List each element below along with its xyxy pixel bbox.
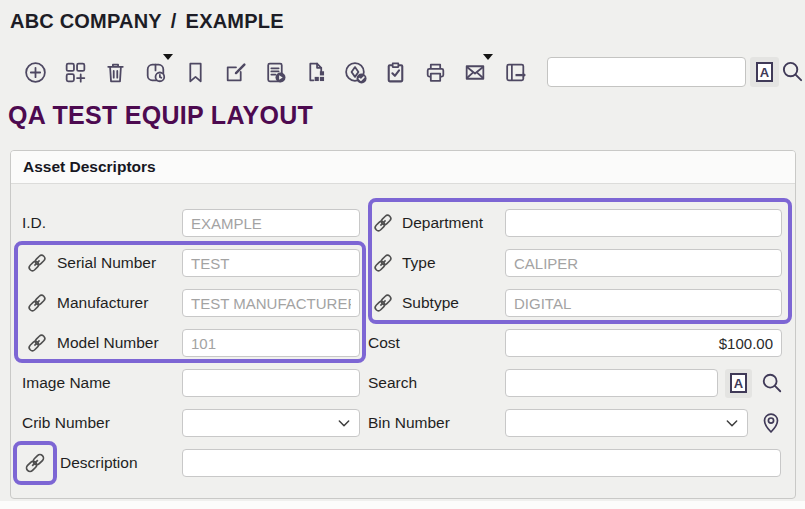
breadcrumb-company[interactable]: ABC COMPANY	[10, 10, 162, 33]
link-icon	[372, 252, 394, 274]
crib-number-label: Crib Number	[22, 414, 110, 432]
field-row: Description	[11, 443, 795, 483]
page-bottom-strip	[0, 501, 805, 509]
match-case-button[interactable]: A	[725, 369, 752, 398]
link-highlight-box	[13, 441, 57, 485]
link-icon	[26, 292, 48, 314]
chevron-down-icon	[336, 415, 352, 431]
breadcrumb-separator: /	[171, 10, 177, 33]
model-number-label: Model Number	[57, 334, 159, 352]
serial-number-label: Serial Number	[57, 254, 156, 272]
tasks-icon[interactable]	[382, 59, 408, 85]
manufacturer-label: Manufacturer	[57, 294, 148, 312]
run-report-icon[interactable]	[262, 59, 288, 85]
copy-structure-icon[interactable]	[302, 59, 328, 85]
toolbar-search-input[interactable]	[547, 57, 746, 87]
record-search-input[interactable]	[505, 369, 718, 397]
cost-label: Cost	[368, 334, 400, 352]
field-row: Serial Number Type	[11, 243, 795, 283]
breadcrumb-record[interactable]: EXAMPLE	[186, 10, 284, 33]
match-case-letter: A	[730, 373, 747, 393]
bookmark-icon[interactable]	[182, 59, 208, 85]
search-icon[interactable]	[781, 60, 804, 87]
link-icon	[26, 332, 48, 354]
panel-header: Asset Descriptors	[11, 151, 795, 184]
location-pin-icon[interactable]	[759, 411, 783, 435]
breadcrumb: ABC COMPANY / EXAMPLE	[10, 10, 284, 33]
department-input[interactable]	[505, 209, 782, 237]
serial-number-input[interactable]	[182, 249, 360, 277]
link-icon	[372, 212, 394, 234]
add-to-view-icon[interactable]	[62, 59, 88, 85]
delete-icon[interactable]	[102, 59, 128, 85]
cost-input[interactable]	[505, 329, 782, 357]
subtype-label: Subtype	[402, 294, 459, 312]
asset-descriptors-panel: Asset Descriptors I.D. Department	[10, 150, 796, 499]
match-case-button[interactable]: A	[750, 57, 779, 87]
bin-number-label: Bin Number	[368, 414, 450, 432]
search-icon[interactable]	[761, 372, 783, 394]
department-label: Department	[402, 214, 483, 232]
dropdown-caret-icon	[163, 54, 173, 60]
field-row: Model Number Cost	[11, 323, 795, 363]
verify-icon[interactable]	[342, 59, 368, 85]
type-input[interactable]	[505, 249, 782, 277]
match-case-letter: A	[756, 62, 773, 82]
dropdown-caret-icon	[483, 54, 493, 60]
bin-number-select[interactable]	[505, 409, 748, 437]
image-name-input[interactable]	[182, 369, 360, 397]
field-row: Manufacturer Subtype	[11, 283, 795, 323]
model-number-input[interactable]	[182, 329, 360, 357]
id-input[interactable]	[182, 209, 360, 237]
link-icon	[372, 292, 394, 314]
schedule-icon[interactable]	[142, 59, 168, 85]
print-icon[interactable]	[422, 59, 448, 85]
type-label: Type	[402, 254, 436, 272]
crib-number-select[interactable]	[182, 409, 360, 437]
field-row: Crib Number Bin Number	[11, 403, 795, 443]
export-icon[interactable]	[502, 59, 528, 85]
manufacturer-input[interactable]	[182, 289, 360, 317]
description-label: Description	[60, 454, 138, 472]
field-row: Image Name Search A	[11, 363, 795, 403]
edit-icon[interactable]	[222, 59, 248, 85]
link-icon	[26, 252, 48, 274]
subtype-input[interactable]	[505, 289, 782, 317]
description-input[interactable]	[182, 449, 781, 477]
toolbar	[22, 55, 528, 89]
add-icon[interactable]	[22, 59, 48, 85]
chevron-down-icon	[724, 415, 740, 431]
id-label: I.D.	[22, 214, 46, 232]
link-icon	[23, 451, 47, 475]
image-name-label: Image Name	[22, 374, 111, 392]
search-label: Search	[368, 374, 417, 392]
panel-body: I.D. Department	[11, 184, 795, 483]
field-row: I.D. Department	[11, 203, 795, 243]
page-title: QA TEST EQUIP LAYOUT	[8, 101, 313, 130]
email-icon[interactable]	[462, 59, 488, 85]
